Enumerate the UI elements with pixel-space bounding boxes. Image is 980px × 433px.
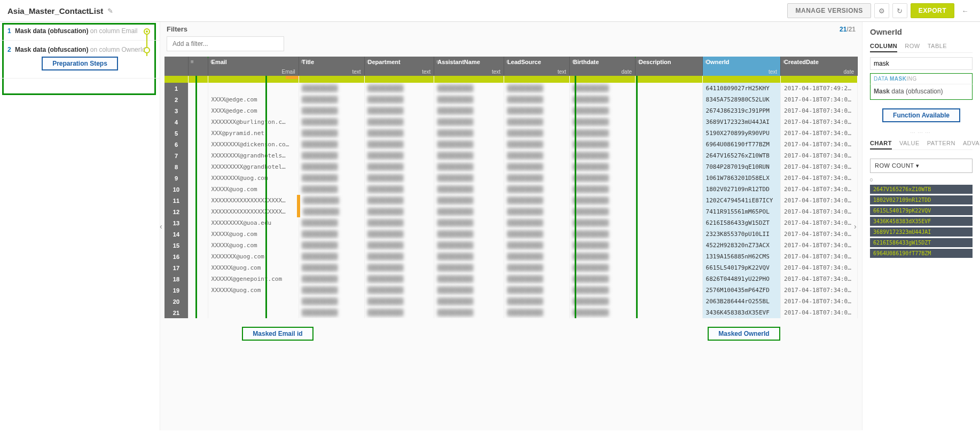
cell[interactable]: ██████████ [570,184,636,195]
cell[interactable]: XXXXX@uog.com [208,240,299,251]
cell[interactable]: XXXX@edge.com [208,94,299,105]
cell[interactable] [635,150,702,161]
table-row[interactable]: 16XXXXXXX@uog.com███████████████████████… [164,251,858,262]
cell[interactable] [188,285,208,296]
cell[interactable]: XXXXXX@uog.com [208,262,299,273]
cell[interactable]: XXXXXXXX@dickenson.co… [208,139,299,150]
tab-row[interactable]: ROW [905,41,920,52]
cell[interactable]: ██████████ [504,150,570,161]
cell[interactable]: ██████████ [570,116,636,128]
cell[interactable]: ██████████ [570,229,636,240]
cell[interactable]: ██████████ [504,307,570,318]
cell[interactable]: 2017-04-18T07:34:02. [781,307,858,318]
cell[interactable]: ██████████ [504,139,570,150]
cell[interactable]: ██████████ [570,128,636,139]
cell[interactable]: ██████████ [504,83,570,94]
cell[interactable] [635,184,702,195]
cell[interactable]: 2017-04-18T07:34:02. [781,285,858,296]
tab-value[interactable]: VALUE [899,138,920,149]
cell[interactable]: ██████████ [434,94,504,105]
cell[interactable]: ██████████ [434,161,504,172]
cell[interactable]: ██████████ [299,116,364,128]
cell[interactable]: ██████████ [570,217,636,229]
cell[interactable]: ██████████ [299,195,364,206]
row-count-dropdown[interactable]: ROW COUNT ▾ [870,159,973,173]
cell[interactable]: XXXX@edge.com [208,105,299,116]
col-CreatedDate[interactable]: ≡CreatedDatedate [781,57,858,76]
cell[interactable] [188,296,208,307]
cell[interactable]: ██████████ [364,229,434,240]
col-LeadSource[interactable]: ≡LeadSourcetext [504,57,570,76]
cell[interactable]: ██████████ [434,195,504,206]
cell[interactable]: ██████████ [434,206,504,217]
cell[interactable]: ██████████ [434,262,504,273]
cell[interactable]: ██████████ [299,273,364,285]
cell[interactable] [188,172,208,184]
cell[interactable] [188,229,208,240]
cell[interactable]: 2017-04-18T07:34:02. [781,116,858,128]
cell[interactable]: ██████████ [299,206,364,217]
cell[interactable] [635,240,702,251]
cell[interactable]: ██████████ [434,184,504,195]
cell[interactable]: ██████████ [504,296,570,307]
cell[interactable]: 2017-04-18T07:34:02. [781,150,858,161]
cell[interactable]: ██████████ [364,172,434,184]
cell[interactable]: ██████████ [570,251,636,262]
cell[interactable]: ██████████ [364,273,434,285]
cell[interactable]: XXXXXX@genepoint.com [208,273,299,285]
tab-column[interactable]: COLUMN [870,41,897,52]
cell[interactable]: ██████████ [364,296,434,307]
cell[interactable]: ██████████ [570,195,636,206]
cell[interactable]: ██████████ [434,229,504,240]
back-icon[interactable]: ← [958,3,973,18]
cell[interactable] [635,161,702,172]
col-Birthdate[interactable]: ≡Birthdatedate [570,57,636,76]
cell[interactable]: 7411R915561mM65POL [702,206,780,217]
cell[interactable] [635,296,702,307]
cell[interactable]: ██████████ [504,206,570,217]
column-menu-icon[interactable]: ≡ [572,59,575,65]
tab-table[interactable]: TABLE [928,41,947,52]
table-row[interactable]: 14XXXXX@uog.com█████████████████████████… [164,229,858,240]
step-1[interactable]: 1 Mask data (obfuscation) on column Emai… [0,22,160,41]
table-row[interactable]: 4XXXXXXX@burlington.c…██████████████████… [164,116,858,128]
cell[interactable]: ██████████ [299,251,364,262]
cell[interactable]: 5190X270899yR90VPU [702,128,780,139]
cell[interactable]: ██████████ [299,240,364,251]
cell[interactable]: 4522H928320nZ73ACX [702,240,780,251]
cell[interactable]: 2017-04-18T07:34:02. [781,229,858,240]
cell[interactable]: 2017-04-18T07:34:02. [781,217,858,229]
cell[interactable]: ██████████ [570,206,636,217]
cell[interactable]: ██████████ [364,307,434,318]
cell[interactable]: 3689V172323mU44JAI [702,116,780,128]
cell[interactable]: ██████████ [504,172,570,184]
cell[interactable] [188,251,208,262]
cell[interactable]: ██████████ [364,251,434,262]
cell[interactable] [635,307,702,318]
cell[interactable]: 2017-04-18T07:34:02. [781,105,858,116]
cell[interactable]: 1202C4794541iE87ICY [702,195,780,206]
cell[interactable]: 2017-04-18T07:34:02. [781,195,858,206]
cell[interactable]: 2017-04-18T07:34:02. [781,296,858,307]
cell[interactable] [208,296,299,307]
table-row[interactable]: 2XXXX@edge.com██████████████████████████… [164,94,858,105]
col-blank[interactable]: ≡ [188,57,208,76]
cell[interactable]: ██████████ [364,217,434,229]
cell[interactable]: ██████████ [570,262,636,273]
cell[interactable]: ██████████ [504,94,570,105]
cell[interactable]: 6615L540179pK22VQV [702,262,780,273]
table-row[interactable]: 7XXXXXXXX@grandhotels…██████████████████… [164,150,858,161]
cell[interactable]: 2017-04-18T07:34:02. [781,273,858,285]
table-row[interactable]: 8XXXXXXXXX@grandhotel…██████████████████… [164,161,858,172]
refresh-icon[interactable]: ↻ [892,3,907,18]
cell[interactable]: ██████████ [364,206,434,217]
cell[interactable] [188,94,208,105]
cell[interactable]: ██████████ [364,94,434,105]
edit-icon[interactable]: ✎ [107,7,113,15]
cell[interactable] [635,195,702,206]
cell[interactable]: ██████████ [364,116,434,128]
cell[interactable]: ██████████ [364,105,434,116]
cell[interactable]: 6826T044891yU22PHO [702,273,780,285]
cell[interactable]: ██████████ [504,251,570,262]
cell[interactable]: 2323K855370pU10LII [702,229,780,240]
